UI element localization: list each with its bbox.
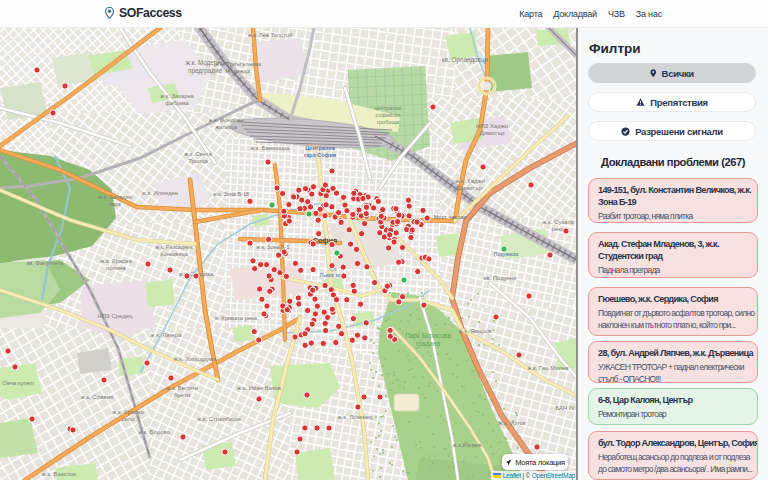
svg-text:кв. Подуяне: кв. Подуяне — [484, 275, 518, 281]
svg-text:гара София: гара София — [304, 152, 336, 158]
svg-text:ж.к. Славия: ж.к. Славия — [81, 394, 114, 400]
svg-text:ж.к.Изгрев: ж.к.Изгрев — [452, 442, 481, 448]
svg-text:ж.к. Триъгълника: ж.к. Триъгълника — [215, 61, 262, 67]
svg-text:НПЗ Средец: НПЗ Средец — [97, 313, 133, 319]
svg-text:кв. Орландовци: кв. Орландовци — [442, 56, 489, 64]
svg-text:ж.к. Бъкстон: ж.к. Бъкстон — [42, 471, 76, 477]
svg-text:ж.к. Лозенец: ж.к. Лозенец — [338, 414, 374, 420]
svg-text:ж.к. Борово: ж.к. Борово — [138, 429, 171, 435]
svg-text:поляна: поляна — [106, 265, 127, 271]
svg-text:село: село — [121, 416, 135, 422]
svg-text:фабрика: фабрика — [165, 100, 189, 106]
svg-text:ж.к. Лагера: ж.к. Лагера — [151, 332, 183, 338]
svg-text:софийски: софийски — [376, 112, 401, 118]
svg-text:ж.к. Яворов: ж.к. Яворов — [459, 328, 491, 334]
svg-text:Димитър: Димитър — [458, 185, 483, 191]
svg-text:предградие: предградие — [188, 67, 222, 75]
svg-text:ж.к. Белите: ж.к. Белите — [166, 385, 198, 391]
svg-text:ж.к. Красно: ж.к. Красно — [112, 409, 144, 415]
svg-text:ж.к. Зона Б-18: ж.к. Зона Б-18 — [213, 191, 249, 197]
svg-text:ж.к. Фондови: ж.к. Фондови — [208, 117, 243, 123]
svg-text:брези: брези — [174, 392, 190, 398]
svg-text:парк: парк — [109, 201, 122, 207]
svg-text:жилища: жилища — [215, 124, 238, 130]
svg-text:ж.к. Банишора: ж.к. Банишора — [250, 145, 290, 151]
svg-text:ж.к. Лев Толстой: ж.к. Лев Толстой — [248, 32, 292, 38]
svg-text:Троица: Троица — [188, 158, 208, 164]
svg-text:Коньовица: Коньовица — [160, 251, 188, 257]
svg-text:ж.к. Изток: ж.к. Изток — [498, 420, 526, 426]
svg-text:ж.к. Разсадник: ж.к. Разсадник — [155, 244, 193, 250]
svg-text:ж.к. Иван Вазов: ж.к. Иван Вазов — [237, 385, 281, 391]
svg-text:Овча купел: Овча купел — [2, 380, 34, 386]
svg-text:в. Кривата река: в. Кривата река — [215, 315, 258, 321]
svg-text:НПЗ Хаджи: НПЗ Хаджи — [476, 123, 508, 129]
svg-text:кв. Факултета: кв. Факултета — [27, 260, 64, 266]
svg-text:ж.к. Гео Милев: ж.к. Гео Милев — [527, 365, 568, 371]
svg-text:Парк Борисова: Парк Борисова — [405, 332, 451, 340]
svg-text:ж.к. Красна: ж.к. Красна — [100, 258, 132, 264]
svg-text:Надежда: Надежда — [226, 68, 251, 74]
svg-text:Централна: Централна — [305, 145, 335, 151]
svg-text:ж.к. Стрелбище: ж.к. Стрелбище — [197, 416, 241, 422]
svg-text:ж.к. Илинден: ж.к. Илинден — [142, 190, 178, 196]
svg-text:ж.к. Света: ж.к. Света — [184, 151, 212, 157]
svg-text:Димитър: Димитър — [480, 130, 505, 136]
svg-text:ж.к. Хиподрума: ж.к. Хиподрума — [174, 356, 217, 362]
svg-text:ж.к. Западен: ж.к. Западен — [98, 194, 132, 200]
svg-text:ж.к. Сухата: ж.к. Сухата — [542, 219, 574, 225]
svg-text:градина: градина — [416, 340, 441, 348]
svg-text:БАН IV: БАН IV — [555, 405, 574, 411]
svg-text:гробища: гробища — [377, 119, 400, 125]
svg-text:ж.к. Хаджи: ж.к. Хаджи — [455, 178, 485, 184]
svg-text:централни: централни — [374, 105, 401, 111]
svg-text:ж.к. Захарна: ж.к. Захарна — [160, 93, 194, 99]
svg-text:Мост чавдар: Мост чавдар — [434, 214, 467, 220]
